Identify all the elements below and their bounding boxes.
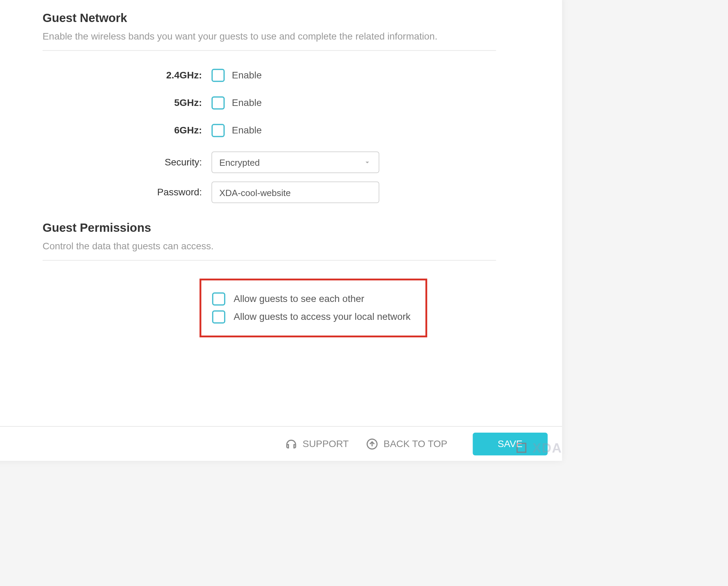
- enable-5ghz-checkbox[interactable]: [211, 96, 224, 109]
- allow-see-each-other-label: Allow guests to see each other: [234, 294, 364, 304]
- enable-24ghz-checkbox[interactable]: [211, 69, 224, 82]
- band-6-label: 6GHz:: [174, 125, 202, 135]
- section-desc-permissions: Control the data that guests can access.: [43, 241, 496, 261]
- section-title-guest-network: Guest Network: [43, 11, 496, 25]
- back-to-top-link[interactable]: BACK TO TOP: [365, 437, 447, 450]
- headset-icon: [285, 437, 298, 450]
- band-24-label: 2.4GHz:: [166, 70, 202, 80]
- support-link[interactable]: SUPPORT: [285, 437, 349, 450]
- arrow-up-circle-icon: [365, 437, 378, 450]
- enable-5ghz-text: Enable: [232, 98, 262, 108]
- enable-6ghz-text: Enable: [232, 125, 262, 136]
- section-title-permissions: Guest Permissions: [43, 221, 496, 235]
- enable-6ghz-checkbox[interactable]: [211, 124, 224, 137]
- allow-see-each-other-checkbox[interactable]: [212, 292, 225, 305]
- section-desc-guest-network: Enable the wireless bands you want your …: [43, 31, 496, 51]
- allow-local-network-checkbox[interactable]: [212, 311, 225, 324]
- chevron-down-icon: [363, 158, 371, 166]
- security-label: Security:: [43, 157, 212, 167]
- password-label: Password:: [43, 187, 212, 197]
- security-select[interactable]: Encrypted: [211, 152, 379, 173]
- save-button[interactable]: SAVE: [473, 432, 548, 455]
- security-value: Encrypted: [219, 157, 260, 167]
- allow-local-network-label: Allow guests to access your local networ…: [234, 312, 411, 322]
- password-input[interactable]: [211, 182, 379, 203]
- enable-24ghz-text: Enable: [232, 70, 262, 80]
- permissions-highlight: Allow guests to see each other Allow gue…: [199, 279, 427, 337]
- band-5-label: 5GHz:: [174, 98, 202, 108]
